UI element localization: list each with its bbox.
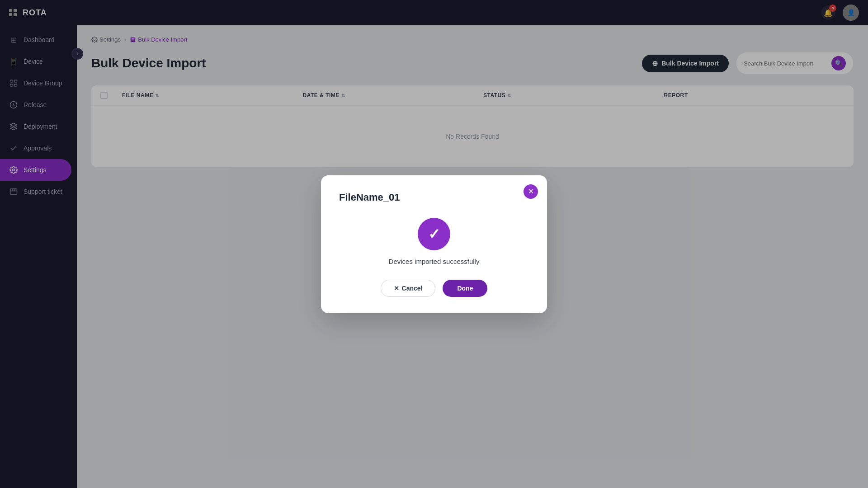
success-message: Devices imported successfully xyxy=(389,258,480,265)
cancel-button[interactable]: ✕ Cancel xyxy=(381,280,436,297)
modal-body: ✓ Devices imported successfully xyxy=(339,218,529,265)
success-modal: FileName_01 ✕ ✓ Devices imported success… xyxy=(321,175,547,313)
success-circle: ✓ xyxy=(418,218,450,250)
main-layout: ‹ ⊞ Dashboard 📱 Device Device Group Rele… xyxy=(0,25,868,488)
close-icon: ✕ xyxy=(528,187,534,196)
modal-actions: ✕ Cancel Done xyxy=(339,280,529,297)
modal-overlay[interactable]: FileName_01 ✕ ✓ Devices imported success… xyxy=(0,25,868,488)
x-icon: ✕ xyxy=(394,285,399,292)
modal-close-button[interactable]: ✕ xyxy=(524,184,538,199)
modal-title: FileName_01 xyxy=(339,192,529,203)
content-area: Settings › Bulk Device Import Bulk Devic… xyxy=(77,25,868,488)
done-button[interactable]: Done xyxy=(443,280,487,297)
checkmark-icon: ✓ xyxy=(428,225,440,243)
